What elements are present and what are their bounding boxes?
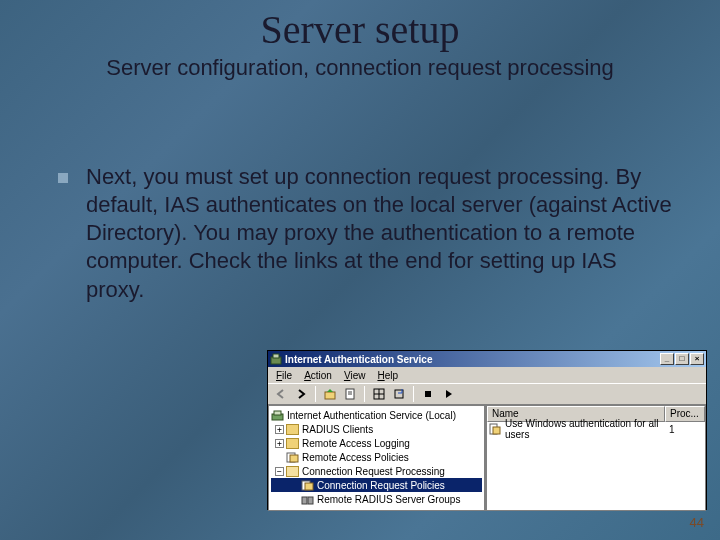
tree-item-policies[interactable]: Remote Access Policies xyxy=(271,450,482,464)
tree-label: Connection Request Processing xyxy=(302,466,445,477)
folder-closed-icon xyxy=(286,438,299,449)
bullet-item: Next, you must set up connection request… xyxy=(58,163,680,304)
toolbar-separator xyxy=(315,386,316,402)
expander-icon[interactable]: + xyxy=(275,425,284,434)
tree-root-label: Internet Authentication Service (Local) xyxy=(287,410,456,421)
body-text: Next, you must set up connection request… xyxy=(86,163,680,304)
tree-item-remote-groups[interactable]: Remote RADIUS Server Groups xyxy=(271,492,482,506)
maximize-button[interactable]: □ xyxy=(675,353,689,365)
toolbar xyxy=(268,383,706,405)
tree-item-radius[interactable]: + RADIUS Clients xyxy=(271,422,482,436)
column-proc[interactable]: Proc... xyxy=(665,406,705,422)
tree-item-logging[interactable]: + Remote Access Logging xyxy=(271,436,482,450)
properties-button[interactable] xyxy=(341,385,359,403)
menu-file[interactable]: File xyxy=(270,370,298,381)
content-area: Internet Authentication Service (Local) … xyxy=(268,405,706,511)
slide-title: Server setup xyxy=(0,0,720,53)
policies-icon xyxy=(301,480,314,491)
bullet-square-icon xyxy=(58,173,68,183)
list-row[interactable]: Use Windows authentication for all users… xyxy=(487,422,705,436)
ias-window: Internet Authentication Service _ □ × Fi… xyxy=(267,350,707,510)
menu-action[interactable]: Action xyxy=(298,370,338,381)
up-button[interactable] xyxy=(321,385,339,403)
menubar: File Action View Help xyxy=(268,367,706,383)
menu-help[interactable]: Help xyxy=(371,370,404,381)
tree-label: RADIUS Clients xyxy=(302,424,373,435)
tree-root[interactable]: Internet Authentication Service (Local) xyxy=(271,408,482,422)
refresh-button[interactable] xyxy=(370,385,388,403)
expander-icon[interactable]: + xyxy=(275,439,284,448)
app-icon xyxy=(270,353,282,365)
body-area: Next, you must set up connection request… xyxy=(0,81,720,304)
tree-label: Remote Access Policies xyxy=(302,452,409,463)
expander-icon[interactable]: − xyxy=(275,467,284,476)
svg-rect-14 xyxy=(290,455,298,462)
close-button[interactable]: × xyxy=(690,353,704,365)
play-button[interactable] xyxy=(439,385,457,403)
window-title: Internet Authentication Service xyxy=(285,354,660,365)
list-cell-proc: 1 xyxy=(665,424,705,435)
svg-rect-10 xyxy=(425,391,431,397)
svg-rect-1 xyxy=(273,354,279,358)
menu-view[interactable]: View xyxy=(338,370,372,381)
tree-label: Connection Request Policies xyxy=(317,480,445,491)
service-icon xyxy=(271,410,284,421)
svg-rect-16 xyxy=(305,483,313,490)
back-button[interactable] xyxy=(272,385,290,403)
toolbar-separator xyxy=(413,386,414,402)
svg-rect-17 xyxy=(302,497,307,504)
tree-item-crp-policies[interactable]: Connection Request Policies xyxy=(271,478,482,492)
policies-icon xyxy=(286,452,299,463)
svg-rect-18 xyxy=(308,497,313,504)
tree-panel[interactable]: Internet Authentication Service (Local) … xyxy=(268,405,486,511)
svg-rect-20 xyxy=(493,427,500,434)
list-panel[interactable]: Name Proc... Use Windows authentication … xyxy=(486,405,706,511)
svg-rect-2 xyxy=(325,392,335,399)
server-groups-icon xyxy=(301,494,314,505)
policy-icon xyxy=(489,423,501,435)
tree-label: Remote Access Logging xyxy=(302,438,410,449)
stop-button[interactable] xyxy=(419,385,437,403)
page-number: 44 xyxy=(690,515,704,530)
toolbar-separator xyxy=(364,386,365,402)
forward-button[interactable] xyxy=(292,385,310,403)
list-cell-name: Use Windows authentication for all users xyxy=(503,418,665,440)
folder-open-icon xyxy=(286,466,299,477)
tree-item-crp[interactable]: − Connection Request Processing xyxy=(271,464,482,478)
export-button[interactable] xyxy=(390,385,408,403)
tree-label: Remote RADIUS Server Groups xyxy=(317,494,460,505)
window-buttons: _ □ × xyxy=(660,353,704,365)
window-titlebar: Internet Authentication Service _ □ × xyxy=(268,351,706,367)
svg-rect-12 xyxy=(274,411,281,415)
slide-subtitle: Server configuration, connection request… xyxy=(0,53,720,81)
minimize-button[interactable]: _ xyxy=(660,353,674,365)
folder-closed-icon xyxy=(286,424,299,435)
